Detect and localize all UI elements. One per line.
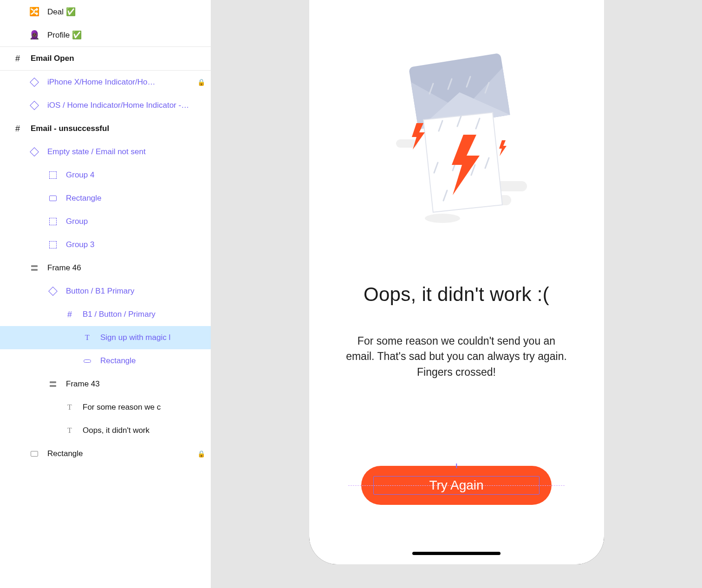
layer-label: Group 3 [66,240,94,249]
frame-icon [65,310,74,319]
rectangle-icon [30,449,39,458]
layer-label: Frame 43 [66,379,100,389]
text-icon [65,426,74,435]
group-icon [48,170,58,180]
deal-page-icon: 🔀 [30,7,39,16]
layer-oops-text[interactable]: Oops, it didn't work [0,419,211,442]
layer-label: For some reason we c [83,403,161,412]
phone-body: Oops, it didn't work :( For some reason … [309,0,604,564]
layer-signup-magic-text[interactable]: Sign up with magic l [0,326,211,349]
layer-button-b1-primary[interactable]: Button / B1 Primary [0,280,211,303]
layer-label: Group 4 [66,170,94,180]
layer-iphone-home-indicator[interactable]: iPhone X/Home Indicator/Ho… [0,71,211,94]
layer-label: Button / B1 Primary [66,287,134,296]
layer-rectangle[interactable]: Rectangle [0,187,211,210]
autolayout-icon [30,263,39,273]
layer-deal[interactable]: 🔀 Deal ✅ [0,0,211,23]
layer-group[interactable]: Group [0,210,211,233]
layers-panel[interactable]: 🔀 Deal ✅ 🧕🏿 Profile ✅ Email Open iPhone … [0,0,211,588]
layer-frame46[interactable]: Frame 46 [0,256,211,280]
layer-ios-home-indicator[interactable]: iOS / Home Indicator/Home Indicator -… [0,94,211,117]
layer-email-unsuccessful-frame[interactable]: Email - unsuccessful [0,117,211,140]
layer-label: B1 / Button / Primary [83,310,156,319]
pill-icon [83,356,92,366]
lock-icon [197,449,205,458]
layer-group4[interactable]: Group 4 [0,163,211,187]
layer-label: Rectangle [47,449,83,458]
cta-label: Try Again [429,478,483,493]
subtext: For some reason we couldn't send you an … [345,333,568,380]
layer-label: Group [66,217,88,226]
text-icon [65,403,74,412]
component-icon [30,147,39,157]
group-icon [48,217,58,226]
layer-b1-button-primary[interactable]: B1 / Button / Primary [0,303,211,326]
layer-label: Frame 46 [47,263,81,273]
layer-label: Rectangle [66,194,102,203]
component-icon [30,78,39,87]
layer-label: iOS / Home Indicator/Home Indicator -… [47,101,189,110]
layer-label: Profile ✅ [47,30,82,40]
layer-frame43[interactable]: Frame 43 [0,372,211,396]
screen-content: Oops, it didn't work :( For some reason … [309,0,604,564]
component-icon [30,101,39,110]
layer-label: iPhone X/Home Indicator/Ho… [47,78,155,87]
headline-text: Oops, it didn't work :( [364,283,549,306]
layer-profile[interactable]: 🧕🏿 Profile ✅ [0,23,211,46]
design-canvas[interactable]: Oops, it didn't work :( For some reason … [211,0,702,588]
layer-label: Oops, it didn't work [83,426,150,435]
try-again-button[interactable]: Try Again [361,466,552,505]
layer-label: Empty state / Email not sent [47,147,146,157]
svg-point-0 [425,214,460,223]
text-icon [83,333,92,342]
frame-icon [13,54,22,63]
email-error-illustration [382,51,531,228]
layer-label: Email Open [31,54,74,63]
autolayout-icon [48,379,58,389]
home-indicator [412,552,500,555]
layer-label: Rectangle [100,356,136,366]
group-icon [48,240,58,249]
selection-tick [456,464,457,468]
layer-rectangle-pill[interactable]: Rectangle [0,349,211,372]
rectangle-icon [48,194,58,203]
profile-page-icon: 🧕🏿 [30,30,39,39]
layer-group3[interactable]: Group 3 [0,233,211,256]
layer-empty-state[interactable]: Empty state / Email not sent [0,140,211,163]
layer-email-open-frame[interactable]: Email Open [0,47,211,70]
layer-label: Deal ✅ [47,7,76,17]
frame-icon [13,124,22,133]
component-icon [48,287,58,296]
layer-label: Sign up with magic l [100,333,170,342]
phone-mock: Oops, it didn't work :( For some reason … [309,0,604,564]
layer-rectangle-3[interactable]: Rectangle [0,442,211,465]
layer-for-some-reason-text[interactable]: For some reason we c [0,396,211,419]
lock-icon [197,78,205,87]
layer-label: Email - unsuccessful [31,124,109,133]
